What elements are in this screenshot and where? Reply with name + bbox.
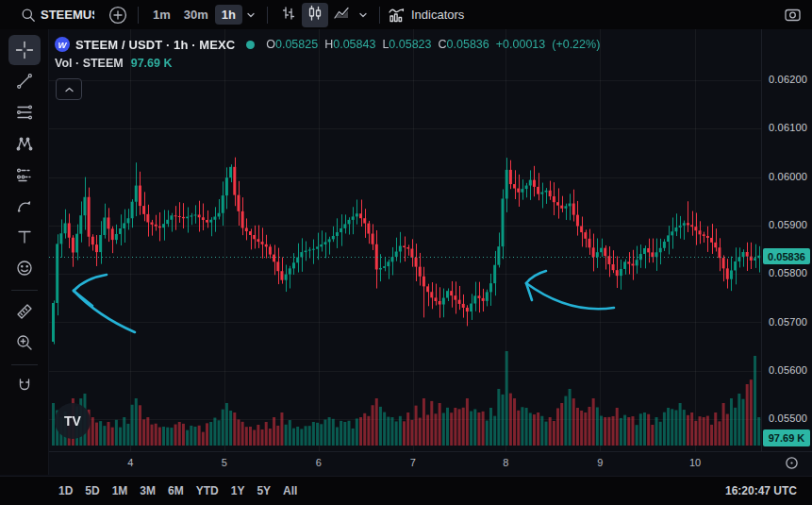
search-icon	[21, 8, 36, 23]
price-axis[interactable]: 0.05836 97.69 K 0.062000.061000.060000.0…	[761, 29, 812, 451]
area-chart-icon	[333, 5, 350, 22]
price-tick-label: 0.06200	[762, 74, 812, 85]
time-axis-settings-button[interactable]	[785, 456, 799, 474]
plus-circle-icon	[108, 6, 127, 25]
price-tick-label: 0.06000	[762, 171, 812, 182]
price-tick-label: 0.05500	[762, 412, 812, 424]
tool-trend-line[interactable]	[8, 66, 41, 96]
bars-chart-icon	[280, 5, 297, 22]
camera-icon	[784, 6, 802, 24]
toolbar-divider	[379, 7, 380, 24]
time-tick-label: 6	[316, 457, 322, 468]
timezone-icon	[785, 456, 799, 470]
tool-brush[interactable]	[8, 191, 41, 221]
text-icon	[15, 227, 34, 246]
price-tick-label: 0.05900	[762, 219, 812, 230]
time-axis[interactable]: 45678910	[49, 451, 812, 476]
price-tick-label: 0.05600	[762, 364, 812, 376]
indicators-button[interactable]: Indicators	[388, 6, 464, 24]
sidebar-divider	[11, 290, 38, 291]
toolbar-divider	[138, 7, 139, 24]
indicators-label: Indicators	[411, 8, 464, 22]
chart-pane: W STEEM / USDT · 1h · MEXC O0.05825 H0.0…	[49, 29, 812, 505]
range-5y-button[interactable]: 5Y	[257, 484, 271, 497]
chevron-down-icon	[246, 10, 256, 20]
fib-retracement-icon	[15, 103, 34, 122]
magnet-icon	[15, 377, 34, 396]
brush-icon	[15, 196, 34, 215]
price-tick-label: 0.05800	[762, 267, 812, 278]
tool-emoji[interactable]	[8, 253, 41, 283]
range-1y-button[interactable]: 1Y	[231, 484, 245, 497]
sidebar-divider	[11, 364, 38, 365]
tool-zoom-in[interactable]	[8, 328, 41, 358]
forecast-icon	[15, 165, 34, 184]
xabcd-pattern-icon	[15, 134, 34, 153]
range-6m-button[interactable]: 6M	[168, 484, 184, 497]
candles-chart-icon	[307, 5, 323, 22]
bottom-toolbar: 1D 5D 1M 3M 6M YTD 1Y 5Y All 16:20:47 UT…	[0, 476, 812, 505]
range-1d-button[interactable]: 1D	[58, 484, 73, 497]
interval-group: 1m 30m 1h	[146, 4, 259, 26]
symbol-name: STEEMUSDT	[41, 8, 94, 22]
candles-style-button[interactable]	[302, 3, 328, 27]
zoom-in-icon	[15, 333, 34, 352]
tool-crosshair[interactable]	[8, 35, 41, 65]
bars-style-button[interactable]	[275, 3, 302, 27]
tool-forecast[interactable]	[8, 160, 41, 190]
indicators-icon	[388, 6, 406, 24]
crosshair-icon	[14, 40, 35, 60]
symbol-search-button[interactable]: STEEMUSDT	[21, 8, 94, 23]
tool-ruler[interactable]	[8, 296, 41, 327]
range-ytd-button[interactable]: YTD	[196, 484, 219, 497]
range-5d-button[interactable]: 5D	[85, 484, 99, 497]
chart-style-group	[275, 3, 372, 27]
last-price-badge: 0.05836	[763, 248, 810, 264]
interval-1m-button[interactable]: 1m	[146, 5, 177, 25]
compare-add-button[interactable]	[106, 4, 130, 26]
legend-collapse-button[interactable]	[56, 78, 82, 100]
price-tick-label: 0.05700	[762, 316, 812, 328]
trend-line-icon	[15, 72, 34, 91]
chevron-down-icon	[358, 10, 368, 20]
time-tick-label: 5	[222, 457, 227, 468]
chart-style-menu-button[interactable]	[355, 4, 372, 26]
tool-xabcd-pattern[interactable]	[8, 128, 41, 159]
emoji-icon	[15, 259, 34, 278]
range-3m-button[interactable]: 3M	[140, 484, 156, 497]
price-chart-canvas[interactable]	[49, 29, 762, 451]
range-1m-button[interactable]: 1M	[112, 484, 128, 497]
time-tick-label: 4	[127, 457, 133, 468]
area-style-button[interactable]	[328, 3, 355, 27]
time-tick-label: 9	[597, 457, 603, 468]
time-tick-label: 7	[410, 457, 416, 468]
chevron-up-icon	[64, 86, 75, 93]
drawing-toolbar	[0, 29, 49, 475]
interval-menu-button[interactable]	[242, 4, 259, 26]
tool-magnet[interactable]	[8, 371, 41, 401]
interval-30m-button[interactable]: 30m	[177, 5, 215, 25]
price-tick-label: 0.06100	[762, 122, 812, 133]
tool-text[interactable]	[8, 222, 41, 252]
clock-utc[interactable]: 16:20:47 UTC	[725, 484, 797, 497]
trading-chart-app: STEEMUSDT 1m 30m 1h	[0, 0, 812, 505]
top-toolbar: STEEMUSDT 1m 30m 1h	[0, 0, 812, 30]
time-tick-label: 8	[503, 457, 508, 468]
toolbar-divider	[267, 7, 268, 24]
ruler-icon	[15, 302, 34, 321]
time-tick-label: 10	[689, 457, 701, 468]
volume-axis-badge: 97.69 K	[763, 429, 810, 446]
interval-1h-button[interactable]: 1h	[215, 5, 242, 25]
range-all-button[interactable]: All	[283, 484, 297, 497]
tool-fib-retracement[interactable]	[8, 97, 41, 127]
snapshot-button[interactable]	[780, 4, 804, 26]
